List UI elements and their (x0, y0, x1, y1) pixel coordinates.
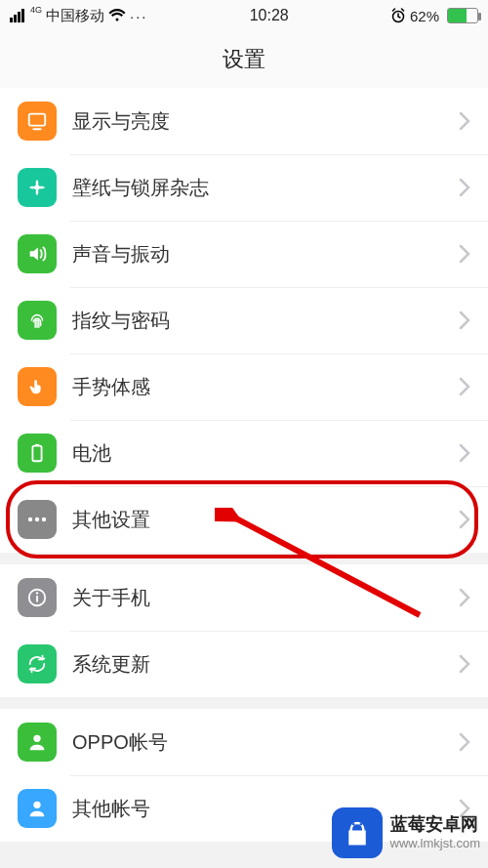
row-label: 指纹与密码 (72, 308, 459, 334)
network-badge: 4G (30, 5, 42, 15)
row-label: 电池 (72, 440, 459, 467)
user-icon (18, 723, 57, 762)
svg-point-11 (33, 735, 40, 742)
row-label: 关于手机 (72, 585, 459, 611)
svg-point-10 (36, 592, 38, 594)
svg-point-13 (352, 823, 355, 826)
chevron-right-icon (459, 310, 470, 330)
row-fingerprint[interactable]: 指纹与密码 (0, 287, 488, 353)
row-label: 手势体感 (72, 374, 459, 400)
update-icon (18, 644, 57, 683)
row-display[interactable]: 显示与亮度 (0, 88, 488, 154)
svg-point-14 (359, 823, 362, 826)
svg-point-7 (42, 517, 46, 521)
more-indicator: ··· (130, 8, 148, 24)
battery-icon (18, 434, 57, 473)
settings-group-1: 显示与亮度 壁纸与锁屏杂志 声音与振动 指纹与密码 手势体感 电池 (0, 88, 488, 553)
svg-rect-1 (29, 114, 46, 126)
chevron-right-icon (459, 654, 470, 674)
chevron-right-icon (459, 510, 470, 529)
settings-group-2: 关于手机 系统更新 (0, 564, 488, 697)
status-right: 62% (390, 8, 478, 24)
watermark: 蓝莓安卓网 www.lmkjst.com (332, 807, 480, 858)
svg-point-5 (28, 517, 32, 521)
row-battery[interactable]: 电池 (0, 420, 488, 486)
display-icon (18, 102, 57, 141)
page-title: 设置 (0, 31, 488, 88)
row-system-update[interactable]: 系统更新 (0, 631, 488, 697)
svg-rect-9 (36, 596, 38, 601)
chevron-right-icon (459, 178, 470, 197)
chevron-right-icon (459, 377, 470, 396)
chevron-right-icon (459, 732, 470, 752)
row-label: 壁纸与锁屏杂志 (72, 175, 459, 201)
row-other-settings[interactable]: 其他设置 (0, 486, 488, 553)
watermark-logo-icon (332, 807, 383, 858)
wallpaper-icon (18, 168, 57, 207)
signal-icon (10, 9, 24, 22)
row-sound[interactable]: 声音与振动 (0, 221, 488, 287)
chevron-right-icon (459, 244, 470, 264)
status-time: 10:28 (250, 7, 289, 24)
wifi-icon (108, 9, 126, 22)
user-icon (18, 789, 57, 828)
row-label: OPPO帐号 (72, 729, 459, 756)
status-bar: 4G 中国移动 ··· 10:28 62% (0, 0, 488, 31)
chevron-right-icon (459, 588, 470, 607)
row-gesture[interactable]: 手势体感 (0, 353, 488, 420)
alarm-icon (390, 8, 406, 23)
battery-icon (447, 8, 478, 23)
gesture-icon (18, 367, 57, 406)
watermark-name: 蓝莓安卓网 (390, 814, 480, 836)
fingerprint-icon (18, 301, 57, 340)
row-about[interactable]: 关于手机 (0, 564, 488, 631)
row-label: 系统更新 (72, 651, 459, 678)
svg-rect-4 (35, 444, 39, 446)
svg-rect-3 (32, 446, 41, 462)
row-label: 显示与亮度 (72, 108, 459, 135)
chevron-right-icon (459, 443, 470, 463)
battery-pct: 62% (410, 8, 439, 24)
row-label: 声音与振动 (72, 241, 459, 268)
sound-icon (18, 234, 57, 273)
row-wallpaper[interactable]: 壁纸与锁屏杂志 (0, 154, 488, 221)
other-icon (18, 500, 57, 539)
about-icon (18, 578, 57, 617)
row-oppo-account[interactable]: OPPO帐号 (0, 709, 488, 775)
chevron-right-icon (459, 111, 470, 131)
watermark-url: www.lmkjst.com (390, 836, 480, 851)
row-label: 其他设置 (72, 507, 459, 533)
svg-point-6 (35, 517, 39, 521)
svg-point-12 (33, 802, 40, 808)
carrier-label: 中国移动 (46, 7, 104, 25)
status-left: 4G 中国移动 ··· (10, 7, 148, 25)
